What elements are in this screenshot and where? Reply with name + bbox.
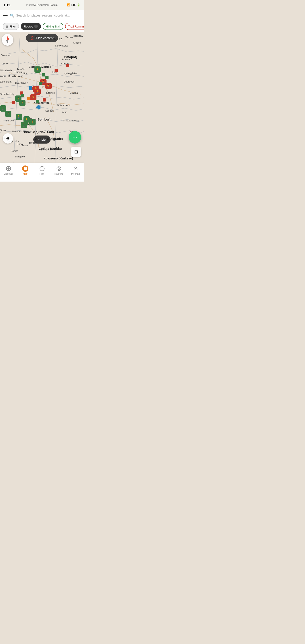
map-label-uzhorod: Ужгород xyxy=(64,55,77,59)
blue-marker[interactable] xyxy=(29,86,32,90)
map-label-lugoj: Lugoj xyxy=(73,119,79,122)
map-label-wien: Wien xyxy=(0,75,6,77)
map-label-trnava: Trnava xyxy=(14,71,22,73)
location-indicator xyxy=(36,107,38,109)
list-button[interactable]: ≡ List xyxy=(33,136,51,144)
map-label-nav: Map xyxy=(23,172,28,175)
location-button[interactable]: ⊕ xyxy=(3,133,13,144)
green-marker-6[interactable] xyxy=(25,122,28,125)
hiking-trail-chip[interactable]: Hiking Trail xyxy=(43,23,63,30)
green-marker-1[interactable] xyxy=(42,73,45,76)
map-area[interactable]: 🚫 Hide content Katowice Kraków (Krakow) … xyxy=(0,32,84,170)
map-label-sisak: Sisak xyxy=(0,129,6,132)
map-label-slavbrod: Slavonski Brod xyxy=(12,130,28,133)
plan-icon xyxy=(39,166,45,172)
map-label-novisad: Нови Сад (Novi Sad) xyxy=(22,130,54,134)
map-label-oradea: Oradea xyxy=(70,92,78,94)
hiking-marker-4[interactable]: 🚶 xyxy=(0,105,6,112)
running-marker-4[interactable]: 🏃 xyxy=(34,88,41,95)
map-label-debrecen: Debrecen xyxy=(64,80,74,83)
list-icon: ≡ xyxy=(38,138,40,141)
hamburger-menu[interactable] xyxy=(3,14,8,17)
hide-content-label: Hide content xyxy=(36,36,54,40)
running-marker-5[interactable]: 🏃 xyxy=(30,94,36,100)
map-label-tarnow: Tarnów xyxy=(66,36,73,39)
hiking-label: Hiking Trail xyxy=(46,25,60,28)
fab-more-button[interactable]: ⋯ xyxy=(69,131,81,144)
routes-chip[interactable]: Routes ✕ xyxy=(21,23,41,30)
map-label-eisenstadt: Eisenstadt xyxy=(0,80,12,83)
routes-label: Routes xyxy=(24,25,33,28)
svg-point-2 xyxy=(57,166,61,170)
hiking-marker-8[interactable]: 🚶 xyxy=(29,119,36,126)
map-active-icon xyxy=(22,166,28,172)
green-marker-5[interactable] xyxy=(36,100,39,103)
search-placeholder: Search for places, regions, coordinat… xyxy=(16,14,70,17)
map-label-sarajevo: Sarajevo xyxy=(15,155,25,158)
search-icon: 🔍 xyxy=(10,14,14,18)
hiking-marker-7[interactable]: 🚶 xyxy=(24,116,30,122)
red-marker-5[interactable] xyxy=(12,101,15,104)
hiking-marker-3[interactable]: 🚶 xyxy=(19,100,26,106)
red-marker-6[interactable] xyxy=(43,98,46,102)
map-label-nyiregyhaza: Nyíregyháza xyxy=(64,72,78,75)
map-label-arad: Arad xyxy=(62,111,67,113)
mymap-icon xyxy=(72,166,79,172)
status-location: Piotrków Trybunalski Radom xyxy=(26,4,58,6)
nav-plan[interactable]: Plan xyxy=(34,165,50,175)
running-marker-2[interactable]: 🏃 xyxy=(46,83,52,89)
map-label-bekescsaba: Békéscsaba xyxy=(57,104,70,106)
svg-point-3 xyxy=(75,167,76,168)
hiking-marker-1[interactable]: 🚶 xyxy=(34,66,41,73)
hiking-marker-5[interactable]: 🚶 xyxy=(5,111,12,117)
map-label-szolnok: Szolnok xyxy=(46,92,55,94)
trail-label: Trail Running xyxy=(68,25,84,28)
red-marker-2[interactable] xyxy=(54,69,58,72)
map-label-presov: Prešov xyxy=(62,58,70,61)
layers-icon: ⊞ xyxy=(74,149,78,154)
nav-mymap[interactable]: My Map xyxy=(67,165,84,175)
map-label-nowy-sacz: Nowy Sącz xyxy=(56,44,68,47)
green-marker-3[interactable] xyxy=(39,82,42,85)
more-dots-icon: ⋯ xyxy=(72,134,78,140)
hide-content-button[interactable]: 🚫 Hide content xyxy=(26,34,58,42)
status-bar: 1:19 Piotrków Trybunalski Radom 📶 LTE 🔋 xyxy=(0,0,84,10)
map-label-mistelbach: Mistelbach xyxy=(0,69,12,72)
nav-map[interactable]: Map xyxy=(17,165,34,175)
tracking-icon xyxy=(56,166,62,172)
routes-remove-icon[interactable]: ✕ xyxy=(34,24,38,28)
hiking-marker-6[interactable]: 🚶 xyxy=(16,114,22,120)
green-marker-4[interactable] xyxy=(21,94,24,97)
nav-tracking[interactable]: Tracking xyxy=(50,165,67,175)
map-label-brno: Brno xyxy=(2,62,8,65)
map-label-doboj: Doboj xyxy=(17,143,23,145)
compass[interactable] xyxy=(2,34,14,46)
map-label-szombathely: Szombathely xyxy=(0,93,14,96)
filter-icon: ⊞ xyxy=(6,25,8,28)
search-input-area[interactable]: 🔍 Search for places, regions, coordinat… xyxy=(10,14,81,18)
map-label-gyor: Győr (Gyor) xyxy=(15,82,28,84)
filter-chips-bar: ⊞ Filter Routes ✕ Hiking Trail Trail Run… xyxy=(0,21,84,32)
filter-chip[interactable]: ⊞ Filter xyxy=(3,23,19,30)
battery-icon: 🔋 xyxy=(77,3,80,6)
list-label: List xyxy=(41,138,46,141)
red-marker-1[interactable] xyxy=(66,64,69,67)
trail-running-chip[interactable]: Trail Running xyxy=(65,23,84,30)
location-icon: ⊕ xyxy=(6,136,10,141)
signal-icon: 📶 xyxy=(67,3,70,6)
layers-button[interactable]: ⊞ xyxy=(71,147,81,157)
filter-label: Filter xyxy=(10,25,16,28)
plan-label: Plan xyxy=(39,172,44,175)
map-label-tuzla: Tuzla xyxy=(22,144,28,147)
discover-icon xyxy=(5,166,12,172)
svg-point-1 xyxy=(58,168,60,170)
map-label-krosno: Krosno xyxy=(73,41,81,44)
green-marker-2[interactable] xyxy=(46,76,48,79)
lte-label: LTE xyxy=(71,3,76,6)
status-icons: 📶 LTE 🔋 xyxy=(67,3,80,6)
orange-marker[interactable] xyxy=(27,97,30,100)
map-label-szeged: Szeged xyxy=(46,109,54,112)
search-bar: 🔍 Search for places, regions, coordinat… xyxy=(0,10,84,21)
hide-content-icon: 🚫 xyxy=(30,36,34,40)
nav-discover[interactable]: Discover xyxy=(0,165,17,175)
